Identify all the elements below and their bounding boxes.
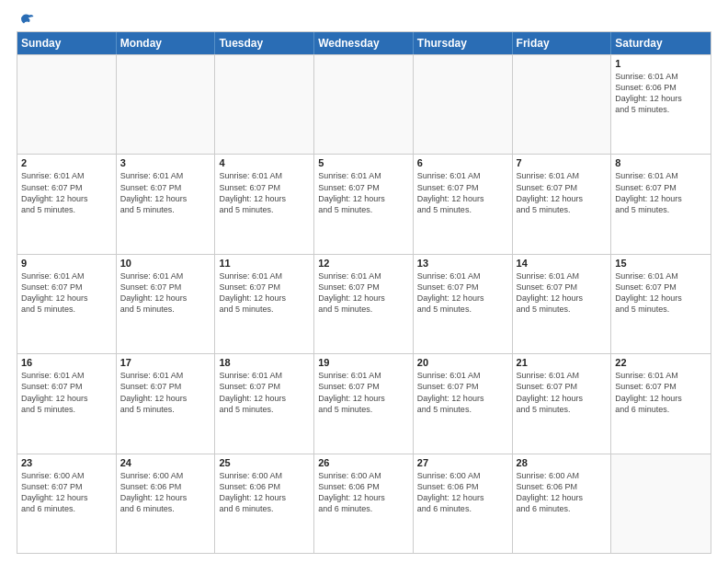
day-info: Sunrise: 6:01 AM Sunset: 6:07 PM Dayligh… [417, 170, 508, 215]
day-number: 27 [417, 457, 508, 468]
logo-bird-icon [18, 11, 35, 28]
weekday-header-saturday: Saturday [611, 32, 711, 54]
calendar-day-6: 6Sunrise: 6:01 AM Sunset: 6:07 PM Daylig… [414, 155, 513, 253]
day-number: 17 [120, 357, 211, 368]
calendar-day-7: 7Sunrise: 6:01 AM Sunset: 6:07 PM Daylig… [513, 155, 612, 253]
calendar-day-25: 25Sunrise: 6:00 AM Sunset: 6:06 PM Dayli… [215, 454, 314, 553]
calendar: SundayMondayTuesdayWednesdayThursdayFrid… [17, 31, 711, 554]
calendar-empty-cell [17, 55, 117, 154]
day-number: 5 [318, 157, 409, 168]
calendar-day-10: 10Sunrise: 6:01 AM Sunset: 6:07 PM Dayli… [117, 255, 216, 353]
calendar-body: 1Sunrise: 6:01 AM Sunset: 6:06 PM Daylig… [17, 54, 711, 553]
calendar-day-17: 17Sunrise: 6:01 AM Sunset: 6:07 PM Dayli… [117, 354, 216, 453]
day-number: 7 [517, 157, 608, 168]
calendar-day-15: 15Sunrise: 6:01 AM Sunset: 6:07 PM Dayli… [611, 255, 711, 353]
day-number: 3 [120, 157, 211, 168]
weekday-header-sunday: Sunday [17, 32, 117, 54]
calendar-empty-cell [215, 55, 314, 154]
day-number: 25 [219, 457, 310, 468]
day-info: Sunrise: 6:01 AM Sunset: 6:07 PM Dayligh… [120, 270, 211, 316]
day-number: 16 [21, 357, 112, 368]
logo [17, 20, 35, 24]
day-info: Sunrise: 6:01 AM Sunset: 6:06 PM Dayligh… [615, 71, 707, 116]
calendar-empty-cell [513, 55, 612, 154]
calendar-week-2: 2Sunrise: 6:01 AM Sunset: 6:07 PM Daylig… [17, 154, 711, 253]
day-number: 20 [417, 357, 508, 368]
calendar-day-23: 23Sunrise: 6:00 AM Sunset: 6:07 PM Dayli… [17, 454, 117, 553]
day-number: 28 [517, 457, 608, 468]
calendar-empty-cell [414, 55, 513, 154]
calendar-week-4: 16Sunrise: 6:01 AM Sunset: 6:07 PM Dayli… [17, 353, 711, 453]
calendar-day-16: 16Sunrise: 6:01 AM Sunset: 6:07 PM Dayli… [17, 354, 117, 453]
day-number: 10 [120, 258, 211, 269]
calendar-day-5: 5Sunrise: 6:01 AM Sunset: 6:07 PM Daylig… [314, 155, 414, 253]
day-number: 22 [615, 357, 707, 368]
calendar-day-3: 3Sunrise: 6:01 AM Sunset: 6:07 PM Daylig… [117, 155, 216, 253]
calendar-day-13: 13Sunrise: 6:01 AM Sunset: 6:07 PM Dayli… [414, 255, 513, 353]
day-info: Sunrise: 6:01 AM Sunset: 6:07 PM Dayligh… [219, 170, 310, 215]
day-number: 24 [120, 457, 211, 468]
day-number: 23 [21, 457, 112, 468]
day-number: 9 [21, 258, 112, 269]
day-info: Sunrise: 6:01 AM Sunset: 6:07 PM Dayligh… [417, 270, 508, 316]
day-number: 21 [517, 357, 608, 368]
weekday-header-friday: Friday [513, 32, 612, 54]
calendar-day-2: 2Sunrise: 6:01 AM Sunset: 6:07 PM Daylig… [17, 155, 117, 253]
page: SundayMondayTuesdayWednesdayThursdayFrid… [0, 0, 728, 563]
day-number: 2 [21, 157, 112, 168]
day-info: Sunrise: 6:00 AM Sunset: 6:06 PM Dayligh… [219, 470, 310, 515]
day-info: Sunrise: 6:01 AM Sunset: 6:07 PM Dayligh… [219, 370, 310, 415]
calendar-day-28: 28Sunrise: 6:00 AM Sunset: 6:06 PM Dayli… [513, 454, 612, 553]
day-info: Sunrise: 6:01 AM Sunset: 6:07 PM Dayligh… [517, 170, 608, 215]
calendar-day-26: 26Sunrise: 6:00 AM Sunset: 6:06 PM Dayli… [314, 454, 414, 553]
day-info: Sunrise: 6:00 AM Sunset: 6:06 PM Dayligh… [318, 470, 409, 515]
calendar-empty-cell [117, 55, 216, 154]
day-number: 12 [318, 258, 409, 269]
weekday-header-monday: Monday [117, 32, 216, 54]
day-info: Sunrise: 6:01 AM Sunset: 6:07 PM Dayligh… [517, 270, 608, 316]
day-info: Sunrise: 6:01 AM Sunset: 6:07 PM Dayligh… [318, 270, 409, 316]
calendar-day-27: 27Sunrise: 6:00 AM Sunset: 6:06 PM Dayli… [414, 454, 513, 553]
weekday-header-wednesday: Wednesday [314, 32, 414, 54]
day-info: Sunrise: 6:01 AM Sunset: 6:07 PM Dayligh… [417, 370, 508, 415]
day-info: Sunrise: 6:00 AM Sunset: 6:06 PM Dayligh… [120, 470, 211, 515]
day-info: Sunrise: 6:01 AM Sunset: 6:07 PM Dayligh… [615, 270, 707, 316]
calendar-day-18: 18Sunrise: 6:01 AM Sunset: 6:07 PM Dayli… [215, 354, 314, 453]
calendar-empty-cell [611, 454, 711, 553]
calendar-week-3: 9Sunrise: 6:01 AM Sunset: 6:07 PM Daylig… [17, 254, 711, 353]
day-number: 15 [615, 258, 707, 269]
day-info: Sunrise: 6:00 AM Sunset: 6:06 PM Dayligh… [417, 470, 508, 515]
day-info: Sunrise: 6:01 AM Sunset: 6:07 PM Dayligh… [615, 370, 707, 415]
day-number: 13 [417, 258, 508, 269]
calendar-header: SundayMondayTuesdayWednesdayThursdayFrid… [17, 32, 711, 54]
day-number: 14 [517, 258, 608, 269]
weekday-header-thursday: Thursday [414, 32, 513, 54]
day-info: Sunrise: 6:01 AM Sunset: 6:07 PM Dayligh… [219, 270, 310, 316]
day-info: Sunrise: 6:00 AM Sunset: 6:06 PM Dayligh… [517, 470, 608, 515]
calendar-day-4: 4Sunrise: 6:01 AM Sunset: 6:07 PM Daylig… [215, 155, 314, 253]
calendar-day-22: 22Sunrise: 6:01 AM Sunset: 6:07 PM Dayli… [611, 354, 711, 453]
day-info: Sunrise: 6:00 AM Sunset: 6:07 PM Dayligh… [21, 470, 112, 515]
calendar-week-1: 1Sunrise: 6:01 AM Sunset: 6:06 PM Daylig… [17, 54, 711, 154]
calendar-day-9: 9Sunrise: 6:01 AM Sunset: 6:07 PM Daylig… [17, 255, 117, 353]
day-info: Sunrise: 6:01 AM Sunset: 6:07 PM Dayligh… [120, 370, 211, 415]
calendar-day-21: 21Sunrise: 6:01 AM Sunset: 6:07 PM Dayli… [513, 354, 612, 453]
day-info: Sunrise: 6:01 AM Sunset: 6:07 PM Dayligh… [318, 370, 409, 415]
calendar-day-19: 19Sunrise: 6:01 AM Sunset: 6:07 PM Dayli… [314, 354, 414, 453]
calendar-week-5: 23Sunrise: 6:00 AM Sunset: 6:07 PM Dayli… [17, 454, 711, 553]
day-info: Sunrise: 6:01 AM Sunset: 6:07 PM Dayligh… [615, 170, 707, 215]
calendar-day-1: 1Sunrise: 6:01 AM Sunset: 6:06 PM Daylig… [611, 55, 711, 154]
day-number: 8 [615, 157, 707, 168]
calendar-day-24: 24Sunrise: 6:00 AM Sunset: 6:06 PM Dayli… [117, 454, 216, 553]
day-number: 18 [219, 357, 310, 368]
day-number: 11 [219, 258, 310, 269]
day-info: Sunrise: 6:01 AM Sunset: 6:07 PM Dayligh… [21, 270, 112, 316]
calendar-empty-cell [314, 55, 414, 154]
day-number: 19 [318, 357, 409, 368]
header [17, 17, 711, 24]
calendar-day-11: 11Sunrise: 6:01 AM Sunset: 6:07 PM Dayli… [215, 255, 314, 353]
calendar-day-14: 14Sunrise: 6:01 AM Sunset: 6:07 PM Dayli… [513, 255, 612, 353]
day-info: Sunrise: 6:01 AM Sunset: 6:07 PM Dayligh… [21, 170, 112, 215]
calendar-day-20: 20Sunrise: 6:01 AM Sunset: 6:07 PM Dayli… [414, 354, 513, 453]
calendar-day-12: 12Sunrise: 6:01 AM Sunset: 6:07 PM Dayli… [314, 255, 414, 353]
